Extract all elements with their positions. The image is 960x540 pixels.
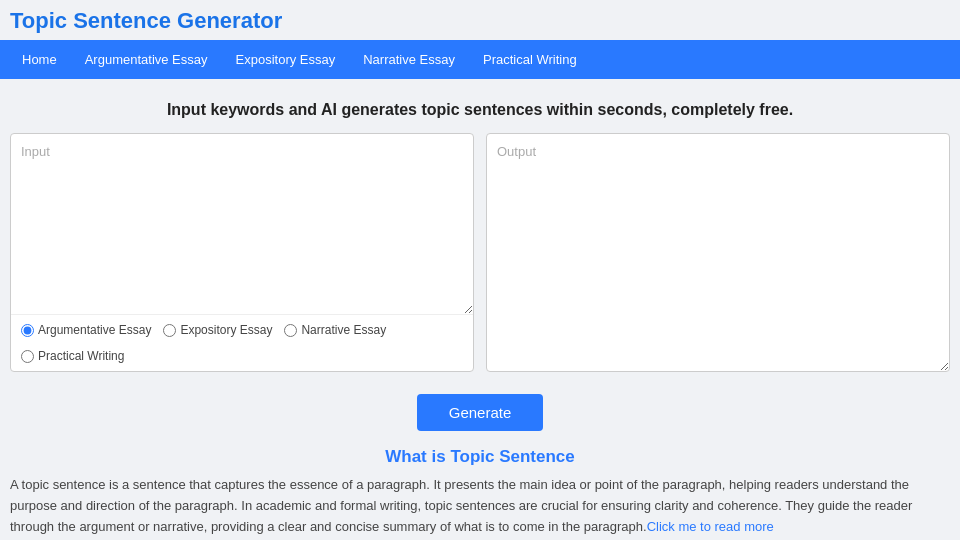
read-more-link[interactable]: Click me to read more [647,519,774,534]
nav-link-expository[interactable]: Expository Essay [222,40,350,79]
what-is-body: A topic sentence is a sentence that capt… [10,475,950,537]
generate-area: Generate [0,384,960,447]
radio-label-practical: Practical Writing [38,349,124,363]
radio-label-argumentative: Argumentative Essay [38,323,151,337]
radio-practical[interactable]: Practical Writing [21,349,124,363]
radio-expository[interactable]: Expository Essay [163,323,272,337]
nav-item-expository[interactable]: Expository Essay [222,40,350,79]
nav-link-practical[interactable]: Practical Writing [469,40,591,79]
generate-button[interactable]: Generate [417,394,544,431]
radio-label-expository: Expository Essay [180,323,272,337]
output-box [486,133,950,372]
nav-link-narrative[interactable]: Narrative Essay [349,40,469,79]
nav-item-practical[interactable]: Practical Writing [469,40,591,79]
nav-link-argumentative[interactable]: Argumentative Essay [71,40,222,79]
what-is-title: What is Topic Sentence [10,447,950,467]
radio-narrative[interactable]: Narrative Essay [284,323,386,337]
main-nav: Home Argumentative Essay Expository Essa… [0,40,960,79]
what-is-section: What is Topic Sentence A topic sentence … [0,447,960,540]
nav-item-argumentative[interactable]: Argumentative Essay [71,40,222,79]
main-panel: Argumentative Essay Expository Essay Nar… [0,133,960,372]
radio-input-narrative[interactable] [284,324,297,337]
radio-argumentative[interactable]: Argumentative Essay [21,323,151,337]
input-box: Argumentative Essay Expository Essay Nar… [10,133,474,372]
radio-input-practical[interactable] [21,350,34,363]
nav-link-home[interactable]: Home [8,40,71,79]
nav-item-narrative[interactable]: Narrative Essay [349,40,469,79]
input-textarea[interactable] [11,134,473,314]
page-title: Topic Sentence Generator [0,0,960,40]
hero-text: Input keywords and AI generates topic se… [0,79,960,133]
output-textarea[interactable] [487,134,949,371]
what-is-body-text: A topic sentence is a sentence that capt… [10,477,912,534]
radio-label-narrative: Narrative Essay [301,323,386,337]
radio-input-argumentative[interactable] [21,324,34,337]
radio-input-expository[interactable] [163,324,176,337]
nav-item-home[interactable]: Home [8,40,71,79]
radio-group: Argumentative Essay Expository Essay Nar… [11,314,473,371]
